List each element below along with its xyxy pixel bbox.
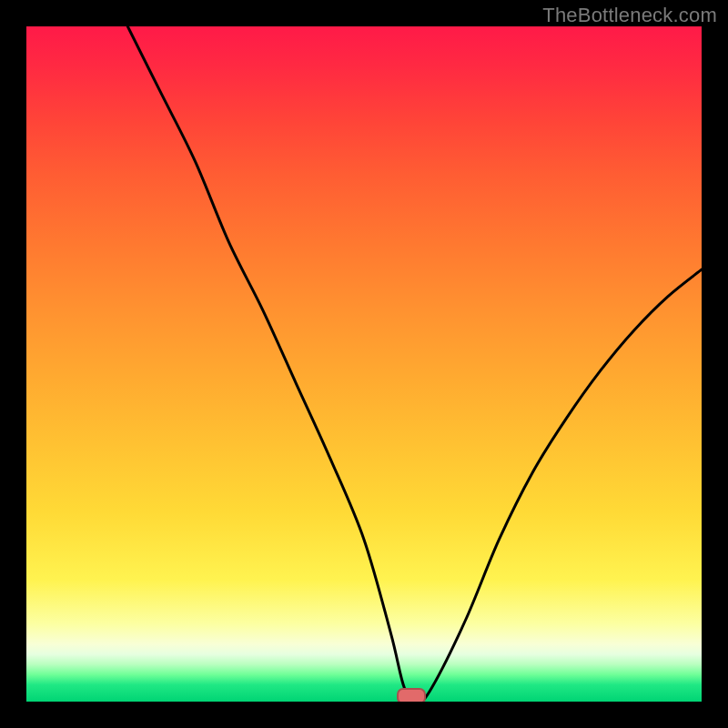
chart-stage: TheBottleneck.com (0, 0, 728, 728)
bottleneck-curve-path (127, 26, 702, 702)
optimum-marker (397, 688, 426, 702)
plot-area (26, 26, 702, 702)
watermark-text: TheBottleneck.com (542, 4, 717, 27)
bottleneck-curve-svg (26, 26, 702, 702)
